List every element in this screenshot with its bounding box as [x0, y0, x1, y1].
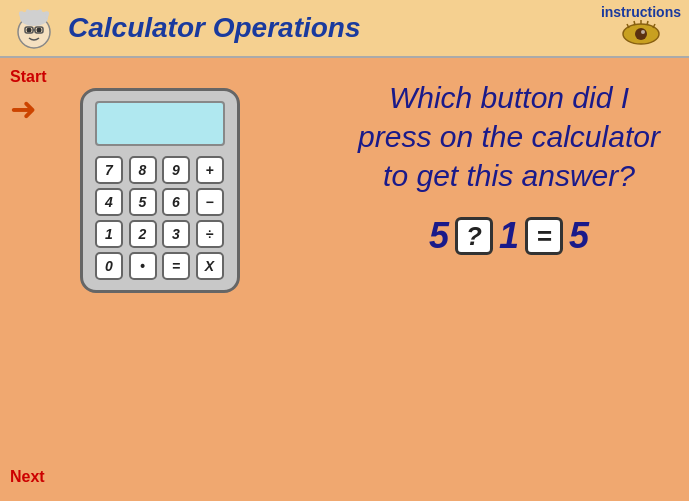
svg-line-11: [634, 21, 635, 25]
question-text: Which button did I press on the calculat…: [349, 78, 669, 195]
calc-btn-times[interactable]: X: [196, 252, 224, 280]
instructions-label: instructions: [601, 4, 681, 20]
equation-row: 5 ? 1 = 5: [429, 215, 589, 257]
svg-point-9: [641, 30, 645, 34]
equation-num2: 1: [499, 215, 519, 257]
calc-btn-minus[interactable]: −: [196, 188, 224, 216]
svg-point-2: [27, 28, 32, 33]
calculator-buttons: 789+456−123÷0•=X: [95, 156, 225, 280]
calc-btn-eq[interactable]: =: [162, 252, 190, 280]
equation-operator-box[interactable]: ?: [455, 217, 493, 255]
calc-btn-dot[interactable]: •: [129, 252, 157, 280]
svg-point-8: [635, 28, 647, 40]
calc-btn-4[interactable]: 4: [95, 188, 123, 216]
instructions-button[interactable]: instructions: [601, 4, 681, 48]
main-content: Start ➜ 789+456−123÷0•=X Which button di…: [0, 58, 689, 501]
question-area: Which button did I press on the calculat…: [349, 78, 669, 257]
equation-result: 5: [569, 215, 589, 257]
svg-point-3: [37, 28, 42, 33]
calculator: 789+456−123÷0•=X: [80, 88, 240, 293]
calc-btn-7[interactable]: 7: [95, 156, 123, 184]
start-label: Start: [10, 68, 46, 86]
start-arrow[interactable]: ➜: [10, 90, 37, 128]
equation-equals-box: =: [525, 217, 563, 255]
eye-icon: [621, 20, 661, 48]
next-label[interactable]: Next: [10, 468, 45, 486]
calc-btn-div[interactable]: ÷: [196, 220, 224, 248]
calc-btn-8[interactable]: 8: [129, 156, 157, 184]
header: Calculator Operations instructions: [0, 0, 689, 58]
calc-btn-9[interactable]: 9: [162, 156, 190, 184]
calc-btn-0[interactable]: 0: [95, 252, 123, 280]
calc-btn-1[interactable]: 1: [95, 220, 123, 248]
equation-num1: 5: [429, 215, 449, 257]
calc-btn-6[interactable]: 6: [162, 188, 190, 216]
svg-line-13: [647, 21, 648, 25]
mascot-avatar: [10, 4, 58, 52]
calc-btn-3[interactable]: 3: [162, 220, 190, 248]
calculator-container: 789+456−123÷0•=X: [80, 88, 240, 293]
left-navigation: Start ➜: [10, 68, 46, 128]
calc-btn-plus[interactable]: +: [196, 156, 224, 184]
calculator-display: [95, 101, 225, 146]
page-title: Calculator Operations: [68, 12, 361, 44]
calc-btn-2[interactable]: 2: [129, 220, 157, 248]
calc-btn-5[interactable]: 5: [129, 188, 157, 216]
